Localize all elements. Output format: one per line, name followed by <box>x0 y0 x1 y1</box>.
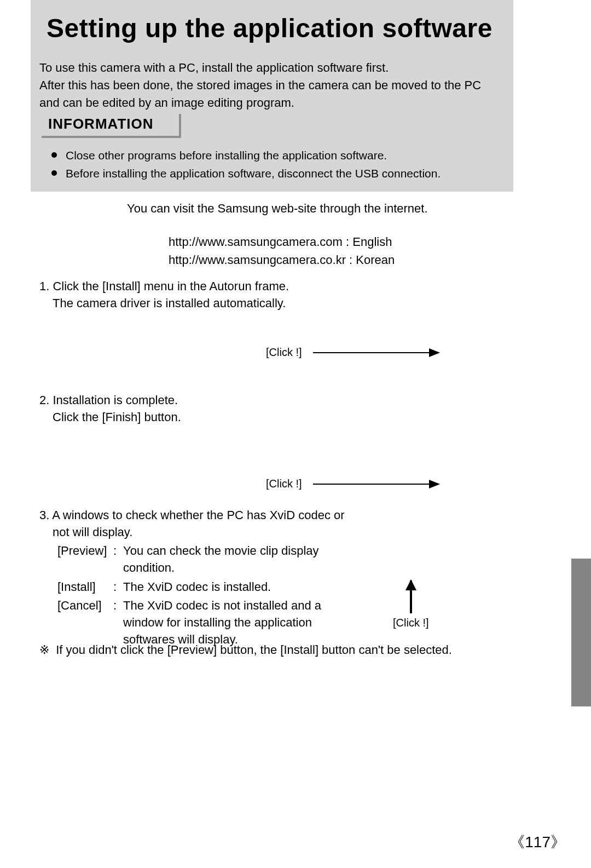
footnote: ※ If you didn't click the [Preview] butt… <box>39 643 452 657</box>
url-english: http://www.samsungcamera.com : English <box>169 233 395 251</box>
arrow-up-icon <box>410 580 412 613</box>
info-bullet-item: Before installing the application softwa… <box>51 165 441 183</box>
click-label: [Click !] <box>393 617 429 629</box>
option-colon: : <box>113 578 121 596</box>
page-title: Setting up the application software <box>47 13 493 43</box>
reference-mark-icon: ※ <box>39 643 49 657</box>
info-bullet-item: Close other programs before installing t… <box>51 147 441 165</box>
options-table: [Preview] : You can check the movie clip… <box>56 541 349 650</box>
url-block: http://www.samsungcamera.com : English h… <box>169 233 395 269</box>
option-row-cancel: [Cancel] : The XviD codec is not install… <box>57 597 348 648</box>
option-colon: : <box>113 597 121 648</box>
manual-page: Setting up the application software To u… <box>0 0 591 868</box>
info-heading-text: INFORMATION <box>48 116 154 133</box>
info-heading-box: INFORMATION <box>39 112 179 136</box>
side-tab <box>571 559 591 706</box>
intro-line-2: After this has been done, the stored ima… <box>39 78 481 110</box>
step-3-line-2: not will display. <box>39 524 345 541</box>
info-bullet-list: Close other programs before installing t… <box>51 147 441 182</box>
click-label: [Click !] <box>266 346 302 359</box>
click-callout-3: [Click !] <box>393 580 429 629</box>
footnote-text: If you didn't click the [Preview] button… <box>56 643 452 657</box>
option-row-install: [Install] : The XviD codec is installed. <box>57 578 348 596</box>
bracket-right-icon: 》 <box>551 833 566 850</box>
url-korean: http://www.samsungcamera.co.kr : Korean <box>169 251 395 269</box>
step-3: 3. A windows to check whether the PC has… <box>39 507 345 541</box>
bracket-left-icon: 《 <box>509 833 525 850</box>
page-number-value: 117 <box>525 833 551 850</box>
option-desc: You can check the movie clip display con… <box>123 542 348 577</box>
page-number: 《117》 <box>509 832 566 853</box>
intro-paragraph: To use this camera with a PC, install th… <box>39 59 499 112</box>
step-2-line-2: Click the [Finish] button. <box>39 409 181 426</box>
option-row-preview: [Preview] : You can check the movie clip… <box>57 542 348 577</box>
option-label: [Install] <box>57 578 112 596</box>
step-2-line-1: 2. Installation is complete. <box>39 392 181 409</box>
step-3-line-1: 3. A windows to check whether the PC has… <box>39 507 345 524</box>
click-label: [Click !] <box>266 478 302 490</box>
option-colon: : <box>113 542 121 577</box>
option-desc: The XviD codec is installed. <box>123 578 348 596</box>
option-label: [Preview] <box>57 542 112 577</box>
arrow-right-icon <box>313 484 439 485</box>
step-1: 1. Click the [Install] menu in the Autor… <box>39 278 289 312</box>
option-desc: The XviD codec is not installed and a wi… <box>123 597 348 648</box>
click-callout-1: [Click !] <box>266 346 439 359</box>
step-1-line-2: The camera driver is installed automatic… <box>39 295 289 312</box>
step-1-line-1: 1. Click the [Install] menu in the Autor… <box>39 278 289 295</box>
intro-line-1: To use this camera with a PC, install th… <box>39 61 389 74</box>
step-2: 2. Installation is complete. Click the [… <box>39 392 181 426</box>
visit-text: You can visit the Samsung web-site throu… <box>127 202 428 216</box>
info-heading: INFORMATION <box>39 112 179 136</box>
arrow-right-icon <box>313 352 439 353</box>
click-callout-2: [Click !] <box>266 478 439 490</box>
option-label: [Cancel] <box>57 597 112 648</box>
